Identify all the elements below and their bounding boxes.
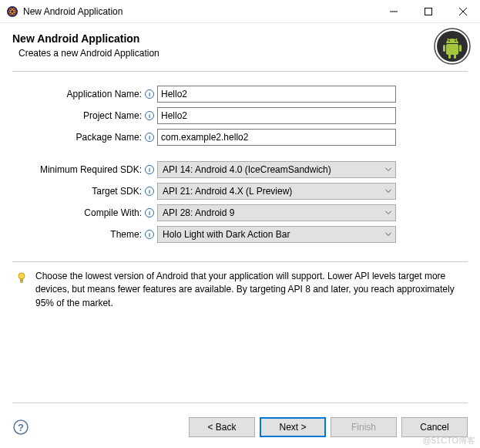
close-button[interactable] — [445, 0, 480, 22]
lightbulb-icon — [15, 271, 28, 284]
title-bar: New Android Application — [0, 0, 480, 23]
svg-point-17 — [448, 40, 450, 42]
app-name-input[interactable] — [157, 86, 396, 103]
window-title: New Android Application — [23, 6, 376, 17]
svg-rect-12 — [459, 45, 462, 52]
svg-point-33 — [18, 273, 25, 279]
watermark: @51CTO博客 — [423, 435, 475, 446]
svg-text:i: i — [149, 113, 150, 120]
help-icon[interactable]: ? — [12, 419, 29, 436]
compile-with-select[interactable]: API 28: Android 9 — [157, 204, 396, 221]
info-icon[interactable]: i — [145, 208, 154, 217]
separator — [12, 261, 468, 262]
next-button[interactable]: Next > — [260, 417, 326, 437]
package-name-input[interactable] — [157, 129, 396, 146]
svg-text:i: i — [149, 188, 150, 195]
maximize-button[interactable] — [411, 0, 445, 22]
svg-text:i: i — [149, 134, 150, 141]
target-sdk-select[interactable]: API 21: Android 4.X (L Preview) — [157, 183, 396, 200]
info-icon[interactable]: i — [145, 89, 154, 99]
hint-text: Choose the lowest version of Android tha… — [35, 270, 465, 310]
info-icon[interactable]: i — [145, 230, 154, 239]
window-controls — [376, 0, 480, 22]
app-name-label: Application Name: — [12, 89, 143, 99]
target-sdk-label: Target SDK: — [12, 186, 143, 197]
svg-rect-5 — [425, 8, 431, 15]
project-name-input[interactable] — [157, 107, 396, 124]
eclipse-icon — [6, 5, 18, 18]
theme-label: Theme: — [12, 229, 143, 240]
separator — [12, 403, 468, 403]
finish-button: Finish — [331, 417, 397, 437]
svg-rect-34 — [20, 279, 23, 281]
svg-rect-11 — [443, 45, 445, 52]
min-sdk-label: Minimum Required SDK: — [12, 164, 143, 175]
svg-rect-13 — [448, 54, 451, 59]
svg-text:?: ? — [18, 422, 24, 433]
info-icon[interactable]: i — [145, 111, 154, 120]
info-icon[interactable]: i — [145, 133, 154, 142]
back-button[interactable]: < Back — [189, 417, 255, 437]
compile-with-label: Compile With: — [12, 207, 143, 218]
package-name-label: Package Name: — [12, 132, 143, 143]
wizard-header: New Android Application Creates a new An… — [0, 23, 480, 66]
info-icon[interactable]: i — [145, 165, 154, 174]
page-title: New Android Application — [12, 32, 468, 45]
page-subtitle: Creates a new Android Application — [12, 48, 468, 59]
form-area: Application Name: i Project Name: i Pack… — [0, 72, 480, 251]
svg-text:i: i — [149, 210, 150, 217]
android-icon — [434, 28, 471, 65]
wizard-footer: ? < Back Next > Finish Cancel — [0, 417, 480, 437]
hint-box: Choose the lowest version of Android tha… — [0, 270, 480, 310]
info-icon[interactable]: i — [145, 187, 154, 196]
svg-text:i: i — [149, 91, 150, 98]
min-sdk-select[interactable]: API 14: Android 4.0 (IceCreamSandwich) — [157, 161, 396, 178]
minimize-button[interactable] — [376, 0, 411, 22]
svg-point-18 — [455, 40, 456, 42]
svg-rect-14 — [454, 54, 456, 59]
theme-select[interactable]: Holo Light with Dark Action Bar — [157, 226, 396, 243]
svg-text:i: i — [149, 231, 150, 238]
svg-rect-10 — [446, 44, 458, 55]
project-name-label: Project Name: — [12, 110, 143, 121]
svg-text:i: i — [149, 167, 150, 173]
